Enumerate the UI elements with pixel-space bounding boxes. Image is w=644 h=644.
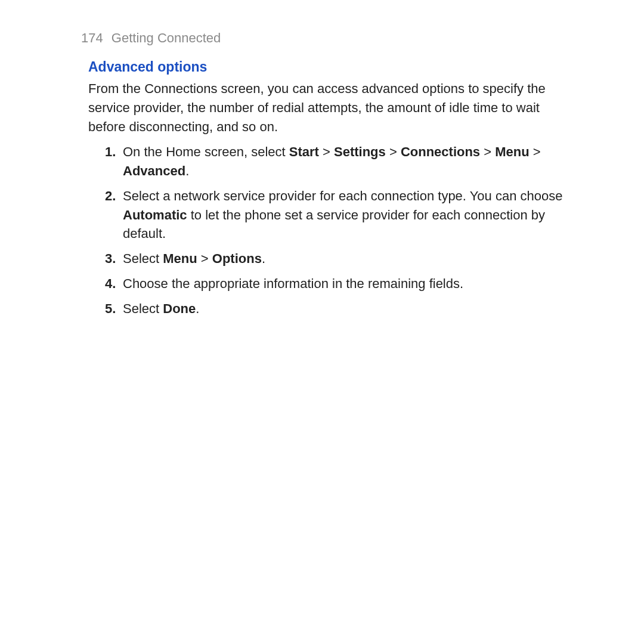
section-intro: From the Connections screen, you can acc… [88,79,577,137]
bold-text: Automatic [123,208,187,222]
step-item: 1.On the Home screen, select Start > Set… [105,143,578,181]
text: > [197,251,212,266]
step-item: 5.Select Done. [105,299,578,318]
step-body: On the Home screen, select Start > Setti… [123,143,578,181]
bold-text: Connections [401,144,480,159]
step-number: 4. [105,274,123,293]
section-heading: Advanced options [88,57,578,77]
chapter-title: Getting Connected [112,30,221,45]
step-number: 5. [105,299,123,318]
text: Select a network service provider for ea… [123,188,562,203]
bold-text: Menu [495,144,529,159]
step-item: 4.Choose the appropriate information in … [105,274,578,293]
text: Select [123,251,163,266]
bold-text: Settings [334,144,386,159]
step-body: Select a network service provider for ea… [123,187,578,244]
bold-text: Advanced [123,163,185,178]
bold-text: Menu [163,251,197,266]
text: . [262,251,265,266]
step-body: Select Done. [123,299,578,318]
step-number: 1. [105,143,123,162]
text: > [480,144,495,159]
text: > [530,144,541,159]
step-number: 2. [105,187,123,206]
page-number: 174 [81,30,103,45]
step-body: Select Menu > Options. [123,249,578,268]
text: Choose the appropriate information in th… [123,276,463,291]
step-number: 3. [105,249,123,268]
bold-text: Start [289,144,319,159]
text: . [185,163,189,178]
text: Select [123,301,163,316]
bold-text: Done [163,301,196,316]
bold-text: Options [212,251,262,266]
step-item: 2.Select a network service provider for … [105,187,578,244]
text: . [196,301,199,316]
steps-list: 1.On the Home screen, select Start > Set… [105,143,578,318]
step-body: Choose the appropriate information in th… [123,274,578,293]
page-header: 174 Getting Connected [81,29,578,48]
text: > [319,144,334,159]
step-item: 3.Select Menu > Options. [105,249,578,268]
text: On the Home screen, select [123,144,289,159]
text: > [386,144,401,159]
